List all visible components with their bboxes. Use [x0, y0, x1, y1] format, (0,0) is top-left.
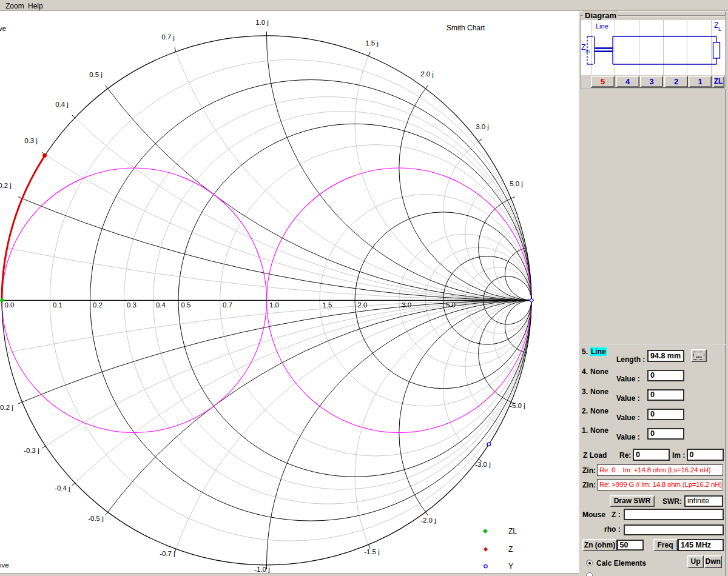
svg-text:0.2: 0.2: [93, 301, 103, 309]
svg-text:5.0 j: 5.0 j: [510, 180, 523, 187]
svg-text:0.4 j: 0.4 j: [55, 101, 69, 108]
svg-text:in: in: [585, 48, 590, 54]
svg-text:Smith Chart: Smith Chart: [447, 24, 485, 32]
svg-text:-2.0 j: -2.0 j: [420, 517, 436, 524]
svg-text:Line: Line: [596, 22, 608, 30]
svg-text:0.1: 0.1: [53, 301, 62, 309]
svg-text:-3.0 j: -3.0 j: [475, 461, 491, 468]
svg-text:1.5: 1.5: [322, 301, 332, 309]
svg-text:1.0 j: 1.0 j: [255, 19, 269, 26]
svg-text:3.0 j: 3.0 j: [476, 123, 489, 130]
svg-text:0.4: 0.4: [156, 301, 166, 309]
svg-text:ZL: ZL: [508, 527, 517, 535]
svg-text:ive: ive: [0, 561, 9, 569]
svg-text:-0.7 j: -0.7 j: [160, 550, 175, 557]
svg-text:-1.0 j: -1.0 j: [254, 566, 270, 573]
svg-text:5.0: 5.0: [446, 301, 456, 309]
svg-text:L: L: [718, 26, 721, 32]
svg-text:2.0 j: 2.0 j: [420, 70, 434, 78]
svg-text:0.7: 0.7: [223, 301, 232, 309]
svg-text:-1.5 j: -1.5 j: [364, 548, 380, 555]
svg-text:-0.5 j: -0.5 j: [88, 515, 104, 522]
svg-text:0.7 j: 0.7 j: [161, 33, 175, 41]
svg-text:0.5 j: 0.5 j: [89, 71, 103, 78]
svg-text:0.3: 0.3: [127, 301, 136, 309]
svg-text:0.2 j: 0.2 j: [0, 182, 12, 189]
svg-text:3.0: 3.0: [402, 301, 411, 309]
svg-text:-0.2 j: -0.2 j: [0, 404, 13, 411]
svg-text:1.5 j: 1.5 j: [365, 39, 379, 47]
svg-text:-5.0 j: -5.0 j: [510, 402, 525, 409]
svg-text:0.3 j: 0.3 j: [24, 137, 38, 144]
svg-text:0.0: 0.0: [5, 301, 15, 309]
svg-text:-0.3 j: -0.3 j: [24, 447, 39, 454]
svg-text:ve: ve: [0, 25, 6, 32]
svg-text:-0.4 j: -0.4 j: [55, 484, 70, 492]
svg-text:0.5: 0.5: [181, 301, 191, 309]
svg-text:Y: Y: [508, 562, 513, 571]
svg-text:2.0: 2.0: [358, 301, 368, 309]
svg-text:1.0: 1.0: [269, 301, 279, 309]
svg-text:Z: Z: [508, 545, 513, 554]
